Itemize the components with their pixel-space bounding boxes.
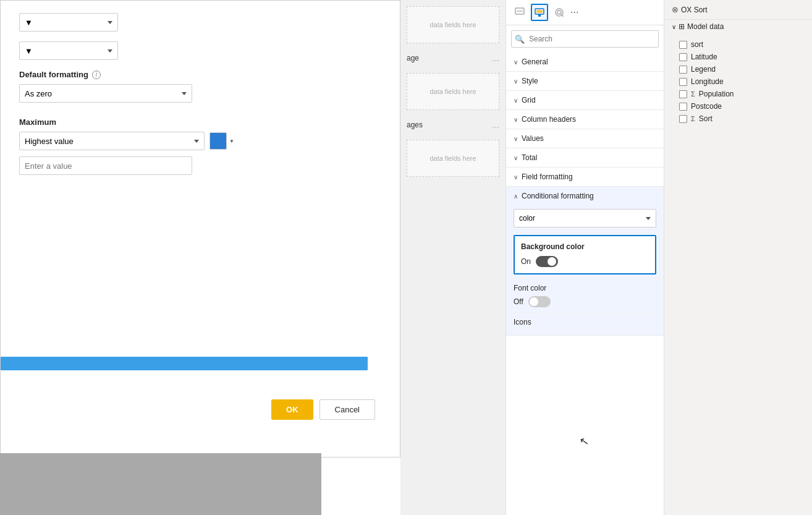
- canvas-area: data fields here age ... data fields her…: [400, 0, 505, 515]
- sigma-icon-population: Σ: [691, 90, 695, 98]
- top-dropdown-row: ▼: [19, 13, 381, 32]
- field-checkbox-latitude[interactable]: [679, 53, 687, 61]
- dialog-footer: OK Cancel: [271, 399, 375, 420]
- toggle-slider-on: [536, 256, 558, 267]
- field-item-legend: Legend: [664, 63, 812, 75]
- type-dropdown-2[interactable]: ▼: [19, 41, 118, 60]
- search-icon: 🔍: [515, 35, 525, 44]
- fields-list: sort Latitude Legend Longitude Σ Populat…: [664, 33, 812, 130]
- highest-value-dropdown[interactable]: Highest value Custom value: [19, 132, 205, 150]
- canvas-item-dots-1[interactable]: ...: [492, 53, 499, 63]
- font-color-toggle-label: Off: [514, 297, 523, 306]
- field-item-latitude: Latitude: [664, 51, 812, 63]
- model-data-group[interactable]: ∨ ⊞ Model data: [664, 20, 812, 33]
- color-swatch-blue[interactable]: [209, 132, 227, 150]
- field-label-sort-sigma: Sort: [699, 114, 713, 123]
- drop-zone-2: data fields here: [407, 73, 499, 110]
- section-column-headers: ∨ Column headers: [506, 110, 664, 129]
- section-general: ∨ General: [506, 53, 664, 72]
- field-item-population: Σ Population: [664, 88, 812, 100]
- svg-point-6: [557, 11, 561, 14]
- svg-rect-1: [517, 10, 523, 12]
- gray-bottom-area: [0, 453, 321, 515]
- section-conditional-formatting-header[interactable]: ∧ Conditional formatting: [506, 187, 664, 205]
- filter-icon[interactable]: [551, 4, 568, 21]
- maximum-label: Maximum: [19, 117, 381, 127]
- section-grid-header[interactable]: ∨ Grid: [506, 91, 664, 109]
- field-item-postcode: Postcode: [664, 100, 812, 113]
- type-dropdown[interactable]: ▼: [19, 13, 118, 32]
- second-dropdown-row: ▼: [19, 41, 381, 60]
- cancel-button[interactable]: Cancel: [319, 399, 375, 420]
- formatting-dialog: ▼ ▼ Default formatting i As zero As blan…: [0, 0, 400, 458]
- table-icon: ⊞: [679, 22, 685, 31]
- field-item-sort: sort: [664, 38, 812, 51]
- field-item-longitude: Longitude: [664, 75, 812, 88]
- drop-zone-3: data fields here: [407, 140, 499, 177]
- icons-title: Icons: [514, 318, 656, 326]
- maximum-section: Maximum Highest value Custom value ▼: [19, 117, 381, 175]
- max-row: Highest value Custom value ▼: [19, 132, 381, 150]
- section-conditional-formatting: ∧ Conditional formatting color data bars…: [506, 187, 664, 336]
- chevron-down-icon: ∨: [672, 23, 676, 30]
- section-general-header[interactable]: ∨ General: [506, 53, 664, 71]
- section-total: ∨ Total: [506, 148, 664, 168]
- ok-button[interactable]: OK: [271, 399, 313, 420]
- section-grid: ∨ Grid: [506, 91, 664, 110]
- field-checkbox-longitude[interactable]: [679, 78, 687, 86]
- search-input[interactable]: [511, 30, 659, 48]
- bg-color-toggle[interactable]: [536, 256, 558, 267]
- chevron-down-icon: ∨: [514, 59, 518, 66]
- drop-zone-1: data fields here: [407, 6, 499, 43]
- toolbar-more-icon[interactable]: ···: [570, 7, 578, 18]
- format-panel: ··· 🔍 ∨ General ∨ Style ∨ Grid ∨ Column …: [505, 0, 664, 515]
- bg-color-toggle-row: On: [521, 256, 649, 267]
- info-icon: i: [92, 70, 101, 79]
- font-color-toggle-row: Off: [514, 296, 656, 307]
- font-color-section: Font color Off: [506, 278, 664, 312]
- section-column-headers-header[interactable]: ∨ Column headers: [506, 110, 664, 129]
- paint-icon[interactable]: [511, 4, 528, 21]
- bg-color-title: Background color: [521, 242, 649, 251]
- cf-type-dropdown[interactable]: color data bars icons: [514, 209, 656, 228]
- field-checkbox-postcode[interactable]: [679, 103, 687, 111]
- chevron-up-icon: ∧: [514, 193, 518, 200]
- background-color-box: Background color On: [514, 235, 656, 275]
- toggle-slider-off: [528, 296, 551, 307]
- canvas-item-dots-2[interactable]: ...: [492, 120, 499, 130]
- field-item-sort-sigma: Σ Sort: [664, 113, 812, 125]
- default-formatting-label: Default formatting i: [19, 70, 381, 79]
- font-color-toggle[interactable]: [528, 296, 551, 307]
- field-checkbox-sort-sigma[interactable]: [679, 115, 687, 123]
- canvas-item-age: age ...: [400, 49, 505, 67]
- field-label-population: Population: [699, 90, 734, 98]
- sort-header: ⊗ OX Sort: [664, 0, 812, 20]
- section-field-formatting-header[interactable]: ∨ Field formatting: [506, 168, 664, 186]
- field-label-legend: Legend: [691, 65, 716, 74]
- field-label-latitude: Latitude: [691, 53, 717, 61]
- section-values-header[interactable]: ∨ Values: [506, 129, 664, 148]
- fields-panel: ⊗ OX Sort ∨ ⊞ Model data sort Latitude L…: [664, 0, 812, 515]
- dialog-panel: ▼ ▼ Default formatting i As zero As blan…: [0, 0, 400, 515]
- field-checkbox-legend[interactable]: [679, 66, 687, 74]
- chevron-down-icon: ∨: [514, 116, 518, 123]
- icons-section: Icons: [506, 312, 664, 335]
- dialog-content: ▼ ▼ Default formatting i As zero As blan…: [1, 1, 400, 187]
- field-label-postcode: Postcode: [691, 102, 722, 111]
- section-style: ∨ Style: [506, 72, 664, 91]
- section-style-header[interactable]: ∨ Style: [506, 72, 664, 90]
- chevron-down-icon: ∨: [514, 78, 518, 85]
- as-zero-dropdown[interactable]: As zero As blank As null: [19, 84, 192, 103]
- format-brush-icon[interactable]: [531, 4, 548, 21]
- sigma-icon-sort: Σ: [691, 115, 695, 122]
- section-values: ∨ Values: [506, 129, 664, 148]
- enter-value-input[interactable]: [19, 156, 192, 175]
- field-checkbox-sort[interactable]: [679, 41, 687, 49]
- color-swatch-arrow-icon[interactable]: ▼: [229, 138, 234, 144]
- svg-rect-4: [538, 14, 541, 17]
- chevron-down-icon: ∨: [514, 155, 518, 161]
- field-checkbox-population[interactable]: [679, 90, 687, 98]
- section-total-header[interactable]: ∨ Total: [506, 148, 664, 167]
- cf-dropdown-wrap: color data bars icons: [506, 205, 664, 231]
- bg-color-toggle-label: On: [521, 257, 531, 266]
